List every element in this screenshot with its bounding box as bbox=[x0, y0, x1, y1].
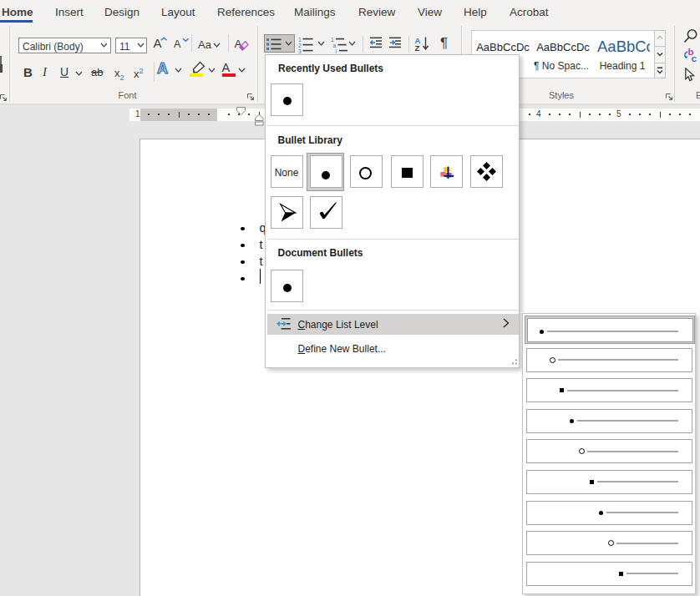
svg-text:Z: Z bbox=[415, 43, 420, 53]
svg-text:a: a bbox=[333, 42, 337, 48]
svg-text:c: c bbox=[692, 53, 697, 63]
svg-text:3: 3 bbox=[298, 48, 302, 53]
svg-text:1: 1 bbox=[331, 36, 334, 42]
svg-text:i: i bbox=[336, 48, 337, 53]
svg-text:2: 2 bbox=[298, 42, 302, 48]
svg-text:1: 1 bbox=[298, 36, 302, 42]
